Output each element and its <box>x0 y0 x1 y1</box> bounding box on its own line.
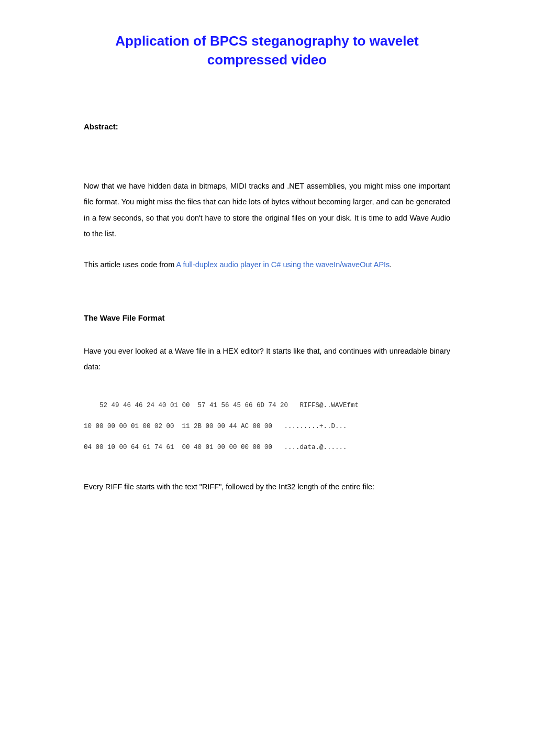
title-line2: compressed video <box>207 52 327 68</box>
paragraph2-prefix: This article uses code from <box>84 260 174 269</box>
paragraph2-suffix: . <box>390 260 392 269</box>
article-link[interactable]: A full-duplex audio player in C# using t… <box>176 260 390 269</box>
abstract-label: Abstract: <box>84 122 450 131</box>
body-paragraph-1: Now that we have hidden data in bitmaps,… <box>84 178 450 242</box>
body-paragraph-3: Have you ever looked at a Wave file in a… <box>84 343 450 375</box>
body-paragraph-2: This article uses code from A full-duple… <box>84 257 450 272</box>
code-line-1: 52 49 46 46 24 40 01 00 57 41 56 45 66 6… <box>99 402 359 409</box>
spacer-after-title <box>84 101 450 122</box>
hex-code-block: 52 49 46 46 24 40 01 00 57 41 56 45 66 6… <box>84 390 450 463</box>
page-title: Application of BPCS steganography to wav… <box>84 31 450 70</box>
body-paragraph-4: Every RIFF file starts with the text "RI… <box>84 479 450 495</box>
spacer-before-section1 <box>84 287 450 298</box>
page-container: Application of BPCS steganography to wav… <box>42 0 492 551</box>
section1-heading: The Wave File Format <box>84 313 450 322</box>
spacer-after-section1-heading <box>84 333 450 343</box>
spacer-after-abstract <box>84 157 450 178</box>
code-line-3: 04 00 10 00 64 61 74 61 00 40 01 00 00 0… <box>84 444 347 451</box>
link-text: A full-duplex audio player in C# using t… <box>176 260 390 269</box>
title-line1: Application of BPCS steganography to wav… <box>115 33 418 49</box>
code-line-2: 10 00 00 00 01 00 02 00 11 2B 00 00 44 A… <box>84 423 347 430</box>
